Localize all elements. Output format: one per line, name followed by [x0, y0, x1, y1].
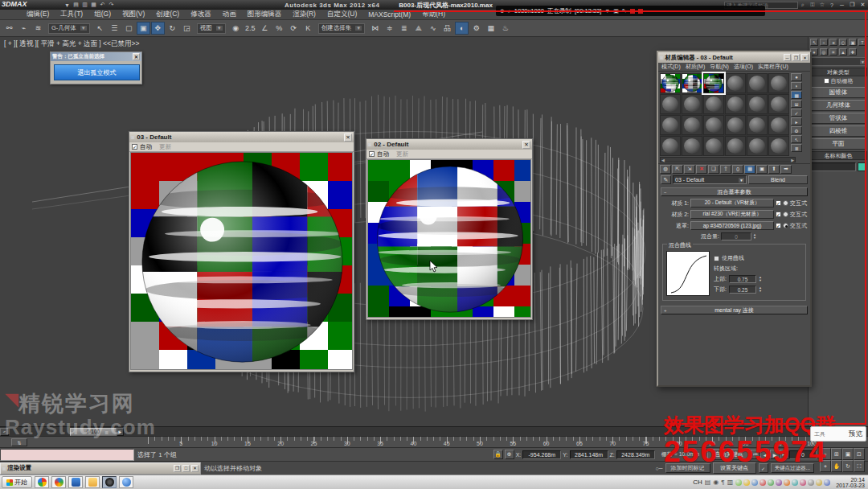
background-icon[interactable]: ▦: [791, 91, 802, 99]
select-by-name-icon[interactable]: ☰: [108, 22, 121, 35]
set-keys-icon[interactable]: ✓: [759, 463, 768, 473]
viewport-label[interactable]: [ + ][ 透视 ][ 平滑 + 高光 + 边面 ] <<已禁用>>: [4, 39, 139, 49]
tray-app-icon[interactable]: [760, 479, 766, 486]
put-material-to-scene-icon[interactable]: ⇱: [672, 165, 683, 174]
material-editor-icon[interactable]: ◐: [455, 22, 469, 35]
tray-app-icon[interactable]: [743, 479, 750, 486]
rectangular-selection-region-icon[interactable]: ▢: [122, 22, 136, 35]
x-coordinate-field[interactable]: -954.268m: [522, 450, 561, 459]
spinner-icon[interactable]: ▲▼: [753, 233, 756, 240]
redo-icon[interactable]: ↷: [107, 2, 116, 8]
sample-slot-11[interactable]: [768, 94, 789, 114]
make-preview-icon[interactable]: ▸: [791, 117, 802, 125]
tray-app-icon[interactable]: [792, 479, 798, 486]
open-file-icon[interactable]: ▥: [80, 2, 89, 8]
pan-hand-icon[interactable]: ✋: [831, 460, 842, 472]
menu-item-4[interactable]: 创建(C): [150, 10, 185, 19]
name-color-rollout[interactable]: 名称和颜色: [809, 151, 867, 160]
primitive-button-2[interactable]: 管状体: [810, 113, 866, 124]
time-slider-knob[interactable]: 0/100: [70, 428, 117, 436]
bind-to-space-warp-icon[interactable]: ≋: [31, 22, 45, 35]
go-forward-icon[interactable]: ➡: [780, 165, 792, 174]
current-frame-field[interactable]: 0: [789, 450, 817, 459]
percent-snap-toggle-icon[interactable]: %: [272, 22, 286, 35]
interactive-radio[interactable]: [783, 200, 788, 206]
menu-item-6[interactable]: 动画: [217, 10, 242, 19]
sample-slot-13[interactable]: [682, 115, 702, 135]
sample-slot-5[interactable]: [768, 73, 789, 93]
tab-modify[interactable]: ⌁: [820, 39, 828, 46]
y-coordinate-field[interactable]: 2841.148m: [570, 450, 608, 459]
menu-item-9[interactable]: 自定义(U): [321, 10, 362, 19]
sample-slot-16[interactable]: [747, 115, 768, 135]
zoom-icon[interactable]: ⌕: [820, 448, 831, 460]
autogrid-checkbox[interactable]: [824, 78, 829, 84]
put-to-library-icon[interactable]: ⇪: [720, 165, 731, 174]
sample-slot-21[interactable]: [725, 136, 746, 156]
tray-icon[interactable]: ◉: [713, 479, 719, 486]
globe-app-icon[interactable]: [119, 476, 133, 488]
restore-icon[interactable]: ❐: [174, 465, 181, 472]
z-coordinate-field[interactable]: 2428.349m: [616, 450, 655, 459]
restore-button[interactable]: ❐: [847, 2, 858, 8]
mirror-icon[interactable]: ⋈: [368, 22, 382, 35]
selection-lock-icon[interactable]: 🔒: [493, 450, 503, 459]
named-selection-sets-dropdown[interactable]: 创建选择集▼: [318, 23, 365, 34]
zoom-all-icon[interactable]: ⊞: [831, 448, 842, 460]
browser-app-icon[interactable]: [51, 476, 66, 488]
go-to-end-icon[interactable]: ⏭: [780, 450, 789, 459]
help-icon[interactable]: ?: [827, 2, 837, 8]
reset-map-icon[interactable]: ✕: [696, 165, 707, 174]
save-file-icon[interactable]: ▦: [89, 2, 98, 8]
sample-slot-10[interactable]: [747, 94, 768, 114]
show-end-result-icon[interactable]: ▣: [756, 165, 768, 174]
angle-snap-toggle-icon[interactable]: ∠: [258, 22, 272, 35]
material-type-button[interactable]: Blend: [748, 175, 808, 184]
menu-item-8[interactable]: 渲染(R): [287, 10, 321, 19]
primitive-type-dropdown[interactable]: ▼: [810, 57, 866, 66]
tab-hierarchy[interactable]: ≡: [829, 39, 837, 46]
tab-create[interactable]: ↖: [810, 39, 818, 46]
options-icon[interactable]: ⚙: [791, 126, 802, 134]
menu-item-1[interactable]: 工具(T): [55, 10, 88, 19]
update-button[interactable]: 更新: [396, 150, 408, 158]
absolute-mode-icon[interactable]: ⊕: [505, 450, 514, 459]
menu-item-7[interactable]: 图形编辑器: [242, 10, 288, 19]
sample-slot-6[interactable]: [660, 94, 681, 114]
object-name-input[interactable]: [810, 162, 856, 171]
sample-slot-15[interactable]: [725, 115, 746, 135]
restore-icon[interactable]: ❐: [792, 54, 800, 61]
mix-amount-field[interactable]: 0: [721, 232, 751, 240]
render-production-icon[interactable]: ♨: [498, 22, 512, 35]
slot-scrollbar[interactable]: ◀▶: [660, 157, 796, 162]
minimize-button[interactable]: ─: [837, 2, 847, 8]
align-icon[interactable]: ≑: [383, 22, 396, 35]
make-material-copy-icon[interactable]: ❏: [708, 165, 719, 174]
sample-slot-19[interactable]: [682, 136, 702, 156]
sample-slot-9[interactable]: [725, 94, 746, 114]
sample-slot-23[interactable]: [768, 136, 789, 156]
close-icon[interactable]: ✕: [191, 465, 199, 472]
close-button[interactable]: ✕: [858, 2, 868, 8]
schematic-view-icon[interactable]: 品: [440, 22, 454, 35]
material-id-channel-icon[interactable]: 0: [732, 165, 743, 174]
tray-app-icon[interactable]: [735, 479, 742, 486]
update-button[interactable]: 更新: [159, 143, 171, 151]
menu-item-3[interactable]: 视图(V): [117, 10, 150, 19]
spinner-icon[interactable]: ▲▼: [759, 276, 762, 282]
sample-slot-18[interactable]: [660, 136, 681, 156]
reference-coordinate-dropdown[interactable]: 视图▼: [197, 23, 226, 34]
sample-slot-8[interactable]: [703, 94, 724, 114]
start-button[interactable]: 开始: [2, 476, 32, 488]
upper-field[interactable]: 0.75: [729, 275, 756, 283]
unlink-selection-icon[interactable]: ⌁: [17, 22, 31, 35]
select-and-move-icon[interactable]: ✥: [151, 22, 165, 35]
folder-app-icon[interactable]: [85, 476, 100, 488]
sample-slot-4[interactable]: [747, 73, 768, 93]
tab-display[interactable]: ▣: [849, 39, 857, 46]
previous-frame-button[interactable]: <: [0, 428, 9, 436]
minimized-render-window[interactable]: ◙ 渲染设置 ❐ □ ✕: [0, 462, 201, 475]
curve-editor-icon[interactable]: ∿: [426, 22, 440, 35]
backlight-icon[interactable]: ◗: [791, 82, 802, 90]
tray-app-icon[interactable]: [800, 479, 806, 486]
